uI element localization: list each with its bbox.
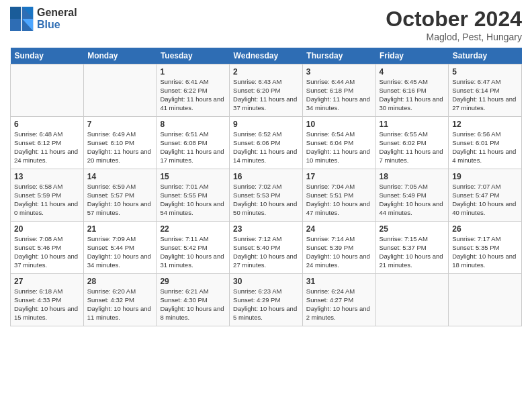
calendar-cell: 2Sunrise: 6:43 AMSunset: 6:20 PMDaylight… — [230, 64, 303, 117]
day-number: 20 — [14, 224, 80, 234]
month-title: October 2024 — [386, 7, 522, 32]
day-number: 14 — [87, 171, 153, 182]
calendar-cell: 24Sunrise: 7:14 AMSunset: 5:39 PMDayligh… — [302, 222, 375, 274]
day-info: Sunrise: 7:12 AMSunset: 5:40 PMDaylight:… — [233, 235, 299, 269]
calendar-cell — [11, 64, 84, 117]
day-number: 6 — [14, 119, 80, 130]
location: Maglod, Pest, Hungary — [386, 32, 522, 42]
calendar-cell: 14Sunrise: 6:59 AMSunset: 5:57 PMDayligh… — [83, 169, 157, 222]
day-info: Sunrise: 7:15 AMSunset: 5:37 PMDaylight:… — [380, 235, 445, 269]
day-info: Sunrise: 6:41 AMSunset: 6:22 PMDaylight:… — [160, 78, 226, 112]
day-number: 30 — [233, 276, 299, 287]
day-info: Sunrise: 6:58 AMSunset: 5:59 PMDaylight:… — [14, 183, 80, 217]
weekday-header: Tuesday — [157, 48, 230, 64]
day-info: Sunrise: 6:56 AMSunset: 6:01 PMDaylight:… — [452, 130, 518, 165]
day-info: Sunrise: 6:59 AMSunset: 5:57 PMDaylight:… — [87, 183, 153, 217]
calendar-cell: 20Sunrise: 7:08 AMSunset: 5:46 PMDayligh… — [11, 222, 84, 274]
day-number: 1 — [160, 66, 226, 77]
main-container: General Blue October 2024 Maglod, Pest, … — [0, 0, 532, 330]
calendar-cell: 6Sunrise: 6:48 AMSunset: 6:12 PMDaylight… — [11, 117, 84, 169]
day-info: Sunrise: 6:43 AMSunset: 6:20 PMDaylight:… — [233, 78, 299, 112]
day-number: 29 — [160, 276, 226, 287]
day-info: Sunrise: 6:18 AMSunset: 4:33 PMDaylight:… — [14, 287, 80, 322]
day-info: Sunrise: 7:09 AMSunset: 5:44 PMDaylight:… — [87, 235, 153, 269]
logo-blue: Blue — [37, 19, 77, 31]
calendar-cell: 22Sunrise: 7:11 AMSunset: 5:42 PMDayligh… — [157, 222, 230, 274]
calendar-cell: 26Sunrise: 7:17 AMSunset: 5:35 PMDayligh… — [449, 222, 522, 274]
calendar-cell: 12Sunrise: 6:56 AMSunset: 6:01 PMDayligh… — [449, 117, 522, 169]
day-info: Sunrise: 6:48 AMSunset: 6:12 PMDaylight:… — [14, 130, 80, 165]
day-number: 16 — [233, 171, 299, 182]
day-info: Sunrise: 7:17 AMSunset: 5:35 PMDaylight:… — [452, 235, 518, 269]
day-info: Sunrise: 6:54 AMSunset: 6:04 PMDaylight:… — [306, 130, 372, 165]
calendar-week-row: 27Sunrise: 6:18 AMSunset: 4:33 PMDayligh… — [11, 274, 522, 326]
day-info: Sunrise: 7:02 AMSunset: 5:53 PMDaylight:… — [233, 183, 299, 217]
day-info: Sunrise: 6:44 AMSunset: 6:18 PMDaylight:… — [306, 78, 372, 112]
logo: General Blue — [10, 7, 77, 31]
calendar-cell: 5Sunrise: 6:47 AMSunset: 6:14 PMDaylight… — [449, 64, 522, 117]
day-number: 10 — [306, 119, 372, 130]
calendar-cell: 19Sunrise: 7:07 AMSunset: 5:47 PMDayligh… — [449, 169, 522, 222]
calendar-cell: 30Sunrise: 6:23 AMSunset: 4:29 PMDayligh… — [230, 274, 303, 326]
day-number: 25 — [380, 224, 445, 234]
day-number: 3 — [306, 66, 372, 77]
weekday-header: Wednesday — [230, 48, 303, 64]
calendar-cell: 31Sunrise: 6:24 AMSunset: 4:27 PMDayligh… — [302, 274, 375, 326]
calendar-cell: 7Sunrise: 6:49 AMSunset: 6:10 PMDaylight… — [83, 117, 157, 169]
calendar-cell: 3Sunrise: 6:44 AMSunset: 6:18 PMDaylight… — [302, 64, 375, 117]
calendar-table: SundayMondayTuesdayWednesdayThursdayFrid… — [10, 48, 522, 326]
day-info: Sunrise: 7:05 AMSunset: 5:49 PMDaylight:… — [380, 183, 445, 217]
day-number: 7 — [87, 119, 153, 130]
calendar-week-row: 13Sunrise: 6:58 AMSunset: 5:59 PMDayligh… — [11, 169, 522, 222]
weekday-header-row: SundayMondayTuesdayWednesdayThursdayFrid… — [11, 48, 522, 64]
day-number: 17 — [306, 171, 372, 182]
day-number: 4 — [380, 66, 445, 77]
day-info: Sunrise: 6:52 AMSunset: 6:06 PMDaylight:… — [233, 130, 299, 165]
calendar-cell — [83, 64, 157, 117]
day-number: 12 — [452, 119, 518, 130]
calendar-cell: 23Sunrise: 7:12 AMSunset: 5:40 PMDayligh… — [230, 222, 303, 274]
day-number: 26 — [452, 224, 518, 234]
day-number: 22 — [160, 224, 226, 234]
day-number: 11 — [380, 119, 445, 130]
day-number: 28 — [87, 276, 153, 287]
calendar-cell: 25Sunrise: 7:15 AMSunset: 5:37 PMDayligh… — [375, 222, 449, 274]
day-info: Sunrise: 7:14 AMSunset: 5:39 PMDaylight:… — [306, 235, 372, 269]
day-number: 18 — [380, 171, 445, 182]
day-info: Sunrise: 6:45 AMSunset: 6:16 PMDaylight:… — [380, 78, 445, 112]
day-info: Sunrise: 6:51 AMSunset: 6:08 PMDaylight:… — [160, 130, 226, 165]
calendar-cell: 27Sunrise: 6:18 AMSunset: 4:33 PMDayligh… — [11, 274, 84, 326]
calendar-cell: 16Sunrise: 7:02 AMSunset: 5:53 PMDayligh… — [230, 169, 303, 222]
calendar-cell: 29Sunrise: 6:21 AMSunset: 4:30 PMDayligh… — [157, 274, 230, 326]
calendar-cell: 21Sunrise: 7:09 AMSunset: 5:44 PMDayligh… — [83, 222, 157, 274]
calendar-week-row: 6Sunrise: 6:48 AMSunset: 6:12 PMDaylight… — [11, 117, 522, 169]
logo-text: General Blue — [37, 7, 77, 30]
day-number: 8 — [160, 119, 226, 130]
day-info: Sunrise: 6:20 AMSunset: 4:32 PMDaylight:… — [87, 287, 153, 322]
calendar-cell: 15Sunrise: 7:01 AMSunset: 5:55 PMDayligh… — [157, 169, 230, 222]
day-info: Sunrise: 6:55 AMSunset: 6:02 PMDaylight:… — [380, 130, 445, 165]
day-info: Sunrise: 6:47 AMSunset: 6:14 PMDaylight:… — [452, 78, 518, 112]
day-info: Sunrise: 7:11 AMSunset: 5:42 PMDaylight:… — [160, 235, 226, 269]
day-number: 9 — [233, 119, 299, 130]
day-number: 27 — [14, 276, 80, 287]
calendar-cell: 17Sunrise: 7:04 AMSunset: 5:51 PMDayligh… — [302, 169, 375, 222]
calendar-cell: 10Sunrise: 6:54 AMSunset: 6:04 PMDayligh… — [302, 117, 375, 169]
day-info: Sunrise: 6:23 AMSunset: 4:29 PMDaylight:… — [233, 287, 299, 322]
calendar-cell: 13Sunrise: 6:58 AMSunset: 5:59 PMDayligh… — [11, 169, 84, 222]
day-number: 13 — [14, 171, 80, 182]
svg-rect-4 — [10, 7, 21, 19]
day-number: 19 — [452, 171, 518, 182]
weekday-header: Thursday — [302, 48, 375, 64]
day-number: 31 — [306, 276, 372, 287]
weekday-header: Friday — [375, 48, 449, 64]
day-info: Sunrise: 7:07 AMSunset: 5:47 PMDaylight:… — [452, 183, 518, 217]
title-block: October 2024 Maglod, Pest, Hungary — [386, 7, 522, 42]
calendar-cell: 8Sunrise: 6:51 AMSunset: 6:08 PMDaylight… — [157, 117, 230, 169]
header: General Blue October 2024 Maglod, Pest, … — [10, 7, 522, 42]
weekday-header: Sunday — [11, 48, 84, 64]
day-number: 21 — [87, 224, 153, 234]
day-info: Sunrise: 7:08 AMSunset: 5:46 PMDaylight:… — [14, 235, 80, 269]
calendar-cell: 9Sunrise: 6:52 AMSunset: 6:06 PMDaylight… — [230, 117, 303, 169]
day-number: 15 — [160, 171, 226, 182]
